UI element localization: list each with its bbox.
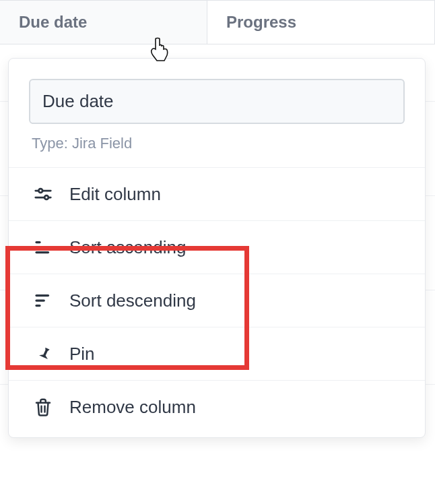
- column-name-input[interactable]: [29, 79, 405, 124]
- menu-item-label: Sort descending: [69, 290, 196, 311]
- column-header-progress[interactable]: Progress: [207, 1, 435, 44]
- menu-list: Edit column Sort ascending Sort desc: [9, 167, 425, 433]
- menu-sort-ascending[interactable]: Sort ascending: [9, 220, 425, 274]
- menu-item-label: Edit column: [69, 184, 161, 205]
- pin-icon: [32, 342, 55, 365]
- column-header-due-date[interactable]: Due date: [0, 1, 207, 44]
- svg-point-3: [44, 195, 48, 199]
- trash-icon: [32, 396, 55, 418]
- menu-item-label: Sort ascending: [69, 237, 186, 258]
- field-type-label: Type: Jira Field: [9, 129, 425, 167]
- menu-pin[interactable]: Pin: [9, 327, 425, 380]
- table-header-row: Due date Progress: [0, 0, 435, 44]
- menu-sort-descending[interactable]: Sort descending: [9, 274, 425, 327]
- menu-edit-column[interactable]: Edit column: [9, 167, 425, 220]
- sliders-icon: [32, 183, 55, 206]
- menu-item-label: Pin: [69, 344, 95, 365]
- sort-desc-icon: [32, 289, 55, 312]
- svg-point-1: [38, 189, 42, 193]
- sort-asc-icon: [32, 236, 55, 259]
- column-context-menu: Type: Jira Field Edit column: [8, 58, 426, 438]
- menu-item-label: Remove column: [69, 397, 196, 418]
- menu-remove-column[interactable]: Remove column: [9, 380, 425, 433]
